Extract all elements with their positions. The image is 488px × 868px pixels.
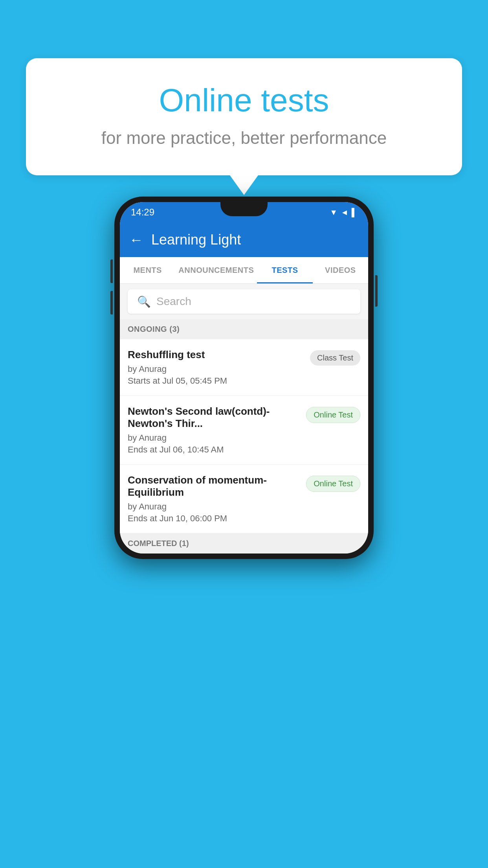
test-author: by Anurag bbox=[128, 433, 300, 443]
back-button[interactable]: ← bbox=[129, 232, 143, 248]
test-time: Ends at Jun 10, 06:00 PM bbox=[128, 513, 300, 524]
battery-icon: ▌ bbox=[352, 208, 357, 217]
tab-announcements[interactable]: ANNOUNCEMENTS bbox=[175, 257, 257, 283]
test-time: Ends at Jul 06, 10:45 AM bbox=[128, 445, 300, 455]
volume-down-button bbox=[110, 291, 113, 314]
app-bar: ← Learning Light bbox=[120, 223, 368, 257]
phone-screen: 14:29 ▼ ◄ ▌ ← Learning Light MENTS ANNOU… bbox=[120, 202, 368, 554]
test-author: by Anurag bbox=[128, 364, 304, 374]
power-button bbox=[375, 275, 378, 307]
status-time: 14:29 bbox=[131, 207, 154, 218]
notch bbox=[220, 202, 268, 216]
test-badge: Online Test bbox=[306, 476, 360, 492]
test-item[interactable]: Reshuffling test by Anurag Starts at Jul… bbox=[120, 339, 368, 396]
test-badge: Online Test bbox=[306, 407, 360, 423]
phone-container: 14:29 ▼ ◄ ▌ ← Learning Light MENTS ANNOU… bbox=[114, 197, 374, 559]
test-time: Starts at Jul 05, 05:45 PM bbox=[128, 376, 304, 386]
test-info: Newton's Second law(contd)-Newton's Thir… bbox=[128, 405, 300, 455]
phone-outer: 14:29 ▼ ◄ ▌ ← Learning Light MENTS ANNOU… bbox=[114, 197, 374, 559]
test-item[interactable]: Newton's Second law(contd)-Newton's Thir… bbox=[120, 396, 368, 465]
speech-bubble-title: Online tests bbox=[57, 82, 431, 119]
app-title: Learning Light bbox=[151, 232, 241, 248]
status-icons: ▼ ◄ ▌ bbox=[330, 208, 357, 217]
tab-videos[interactable]: VIDEOS bbox=[313, 257, 368, 283]
test-badge: Class Test bbox=[310, 350, 360, 366]
search-placeholder: Search bbox=[156, 295, 191, 308]
test-info: Conservation of momentum-Equilibrium by … bbox=[128, 474, 300, 524]
speech-bubble-arrow bbox=[230, 175, 258, 195]
tab-ments[interactable]: MENTS bbox=[120, 257, 175, 283]
volume-up-button bbox=[110, 259, 113, 283]
test-list: Reshuffling test by Anurag Starts at Jul… bbox=[120, 339, 368, 533]
test-info: Reshuffling test by Anurag Starts at Jul… bbox=[128, 349, 304, 386]
tab-tests[interactable]: TESTS bbox=[257, 257, 312, 283]
status-bar: 14:29 ▼ ◄ ▌ bbox=[120, 202, 368, 223]
speech-bubble: Online tests for more practice, better p… bbox=[26, 58, 462, 175]
search-container: 🔍 Search bbox=[120, 284, 368, 319]
test-item[interactable]: Conservation of momentum-Equilibrium by … bbox=[120, 465, 368, 533]
speech-bubble-container: Online tests for more practice, better p… bbox=[26, 58, 462, 195]
completed-section-header: COMPLETED (1) bbox=[120, 533, 368, 554]
signal-icon: ◄ bbox=[341, 208, 349, 217]
test-name: Newton's Second law(contd)-Newton's Thir… bbox=[128, 405, 300, 430]
test-author: by Anurag bbox=[128, 502, 300, 512]
speech-bubble-subtitle: for more practice, better performance bbox=[57, 128, 431, 148]
test-name: Conservation of momentum-Equilibrium bbox=[128, 474, 300, 498]
test-name: Reshuffling test bbox=[128, 349, 304, 361]
wifi-icon: ▼ bbox=[330, 208, 338, 217]
search-icon: 🔍 bbox=[137, 295, 151, 308]
tabs-container: MENTS ANNOUNCEMENTS TESTS VIDEOS bbox=[120, 257, 368, 284]
search-bar[interactable]: 🔍 Search bbox=[128, 289, 360, 314]
ongoing-section-header: ONGOING (3) bbox=[120, 319, 368, 339]
